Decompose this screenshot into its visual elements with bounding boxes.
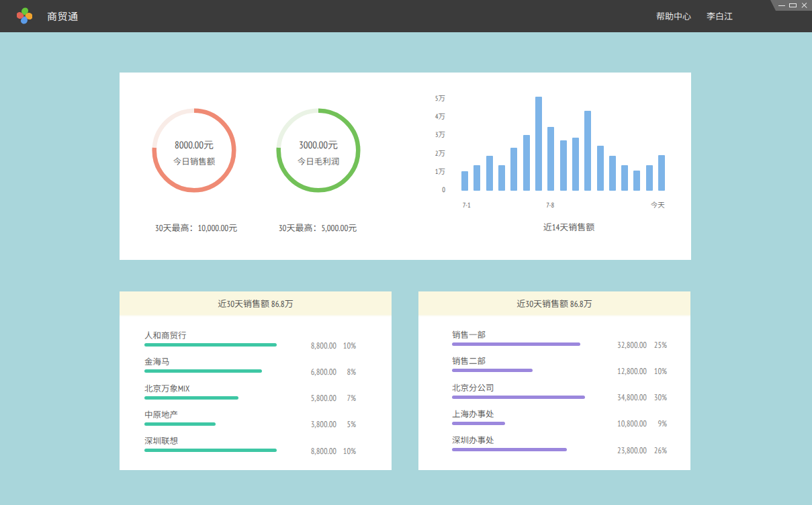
ranking-row-bar <box>144 449 277 452</box>
ranking-row-value: 3,800.00 <box>276 418 336 429</box>
ranking-row-percent: 25% <box>647 339 667 350</box>
ranking-row-value: 34,800.00 <box>586 392 647 402</box>
sales-bar <box>584 111 591 191</box>
ranking-row-value: 6,800.00 <box>276 366 336 377</box>
today-profit-label: 今日毛利润 <box>275 156 362 167</box>
ranking-row-bar <box>144 369 262 373</box>
ranking-row-label: 销售二部 <box>452 356 486 366</box>
x-axis-tick: 今天 <box>637 200 678 210</box>
y-axis-tick: 3万 <box>405 130 445 139</box>
ranking-row-percent: 10% <box>647 365 667 376</box>
ranking-row-value: 10,800.00 <box>586 418 647 428</box>
ranking-row-percent: 10% <box>336 340 356 351</box>
sales-bar <box>621 165 628 191</box>
sales-bar <box>486 156 493 191</box>
ranking-row-label: 北京分公司 <box>452 383 494 393</box>
today-profit-value: 3000.00元 <box>275 139 362 150</box>
customer-ranking-title: 近30天销售额 86.8万 <box>120 291 392 316</box>
sales-bar <box>547 127 554 190</box>
sales-bar <box>473 165 480 191</box>
user-menu[interactable]: 李白江 <box>707 0 733 32</box>
maximize-icon[interactable] <box>789 3 797 8</box>
ranking-row-value: 8,800.00 <box>276 445 336 456</box>
sales-bar <box>646 165 653 191</box>
ranking-row-value: 32,800.00 <box>586 339 647 350</box>
sales-bar <box>560 140 567 190</box>
today-sales-gauge-text: 8000.00元 今日销售额 <box>150 139 238 167</box>
ranking-row-label: 人和商贸行 <box>144 330 187 340</box>
y-axis-tick: 1万 <box>405 167 445 176</box>
department-sales-ranking-card: 近30天销售额 86.8万 销售一部32,800.0025%销售二部12,800… <box>418 291 690 470</box>
window-controls <box>770 0 812 11</box>
ranking-row-label: 销售一部 <box>452 330 486 340</box>
ranking-row-bar <box>452 448 567 451</box>
sales-bar <box>510 148 517 191</box>
sales-14d-chart-caption: 近14天销售额 <box>468 220 670 233</box>
overview-card: 8000.00元 今日销售额 30天最高：10,000.00元 3000.00元… <box>120 73 691 260</box>
titlebar: 商贸通 帮助中心 李白江 <box>0 0 812 32</box>
sales-bar <box>609 156 616 191</box>
ranking-row-label: 上海办事处 <box>452 409 494 419</box>
ranking-row-value: 5,800.00 <box>276 392 336 403</box>
ranking-row-label: 北京万象MIX <box>144 383 189 394</box>
sales-bar <box>498 165 505 191</box>
ranking-row-label: 中原地产 <box>144 410 178 420</box>
app-logo-pinwheel-icon <box>17 7 32 24</box>
ranking-row-percent: 26% <box>647 445 667 455</box>
ranking-row-bar <box>452 396 585 399</box>
ranking-row-percent: 7% <box>336 392 356 403</box>
y-axis-tick: 5万 <box>405 93 445 103</box>
x-axis-tick: 7-1 <box>447 200 487 210</box>
ranking-row-value: 8,800.00 <box>276 340 336 351</box>
ranking-row-label: 金海马 <box>144 357 170 367</box>
ranking-row-bar <box>144 422 216 426</box>
sales-bar <box>461 171 468 191</box>
ranking-row-bar <box>144 396 238 400</box>
app-title: 商贸通 <box>47 0 79 32</box>
today-profit-gauge-text: 3000.00元 今日毛利润 <box>275 139 362 167</box>
ranking-row-label: 深圳联想 <box>144 436 178 446</box>
sales-bar <box>658 155 665 190</box>
ranking-row-value: 12,800.00 <box>586 365 647 376</box>
ranking-row-bar <box>452 422 505 425</box>
y-axis-tick: 0 <box>405 185 445 194</box>
ranking-row-label: 深圳办事处 <box>452 435 494 445</box>
sales-bar <box>535 97 542 190</box>
app-window: 商贸通 帮助中心 李白江 8000.00元 今日销售额 30天最高：10,000… <box>0 0 812 505</box>
ranking-row-percent: 5% <box>336 418 356 429</box>
ranking-row-percent: 10% <box>336 445 356 456</box>
ranking-row-percent: 30% <box>647 392 667 402</box>
ranking-row-bar <box>452 369 533 372</box>
sales-bar <box>523 135 530 190</box>
ranking-row-percent: 9% <box>647 418 667 428</box>
today-sales-value: 8000.00元 <box>150 139 238 150</box>
customer-sales-ranking-card: 近30天销售额 86.8万 人和商贸行8,800.0010%金海马6,800.0… <box>120 291 392 470</box>
department-ranking-title: 近30天销售额 86.8万 <box>418 291 690 316</box>
help-center-menu[interactable]: 帮助中心 <box>656 0 691 32</box>
ranking-row-value: 23,800.00 <box>586 445 647 455</box>
y-axis-tick: 2万 <box>405 148 445 158</box>
sales-bar <box>633 171 640 191</box>
ranking-row-percent: 8% <box>336 366 356 377</box>
close-icon[interactable] <box>801 2 808 9</box>
ranking-row-bar <box>452 342 580 346</box>
today-profit-30d-max: 30天最高：5,000.00元 <box>237 221 398 234</box>
x-axis-tick: 7-8 <box>530 200 570 210</box>
today-sales-label: 今日销售额 <box>150 156 238 167</box>
sales-bar <box>572 138 579 190</box>
y-axis-tick: 4万 <box>405 111 445 121</box>
ranking-row-bar <box>144 343 277 347</box>
minimize-icon[interactable] <box>778 5 785 7</box>
sales-bar <box>597 146 604 191</box>
